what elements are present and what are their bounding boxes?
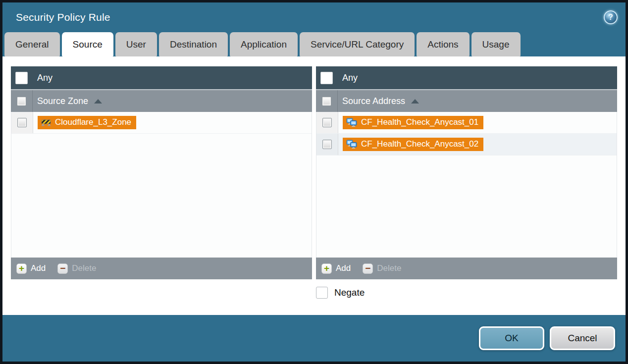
source-address-column-header: Source Address — [316, 89, 617, 112]
negate-label: Negate — [334, 287, 365, 298]
source-zone-select-all-cell — [11, 90, 33, 112]
delete-label: Delete — [72, 263, 96, 273]
source-address-any-checkbox[interactable] — [320, 72, 333, 84]
row-checkbox-cell — [316, 112, 338, 133]
page-title: Security Policy Rule — [16, 11, 110, 23]
dialog-titlebar: Security Policy Rule ? — [2, 2, 626, 32]
negate-checkbox[interactable] — [316, 287, 328, 299]
source-address-panel: Any Source Address — [316, 66, 617, 279]
help-icon[interactable]: ? — [604, 10, 618, 24]
source-address-any-label: Any — [342, 73, 358, 83]
tab-source[interactable]: Source — [62, 32, 113, 56]
tab-destination[interactable]: Destination — [159, 32, 228, 56]
source-zone-any-label: Any — [37, 73, 52, 83]
add-label: Add — [31, 263, 46, 273]
negate-spacer — [11, 287, 312, 299]
sort-ascending-icon[interactable] — [411, 99, 419, 104]
selected-address-chip[interactable]: CF_Health_Check_Anycast_02 — [343, 138, 483, 151]
source-zone-panel: Any Source Zone — [11, 66, 312, 279]
tab-strip: General Source User Destination Applicat… — [2, 32, 626, 56]
negate-strip: Negate — [11, 287, 617, 299]
source-address-toolbar: + Add − Delete — [316, 258, 617, 279]
delete-icon: − — [57, 263, 68, 274]
source-zone-any-row: Any — [11, 66, 312, 89]
delete-button[interactable]: − Delete — [363, 263, 401, 274]
row-checkbox[interactable] — [322, 118, 332, 127]
tab-usage[interactable]: Usage — [471, 32, 521, 56]
delete-icon: − — [363, 263, 373, 274]
add-icon: + — [16, 263, 27, 274]
zone-name: Cloudflare_L3_Zone — [55, 117, 131, 127]
source-zone-select-all-checkbox[interactable] — [17, 97, 26, 106]
source-zone-toolbar: + Add − Delete — [11, 258, 312, 279]
sort-ascending-icon[interactable] — [94, 99, 102, 104]
source-zone-column-title[interactable]: Source Zone — [37, 96, 88, 106]
delete-label: Delete — [377, 263, 401, 273]
address-name: CF_Health_Check_Anycast_01 — [361, 117, 478, 127]
table-row[interactable]: CF_Health_Check_Anycast_01 — [316, 112, 617, 134]
tab-general[interactable]: General — [4, 32, 60, 56]
row-checkbox-cell — [316, 134, 338, 155]
source-address-select-all-checkbox[interactable] — [322, 97, 331, 106]
selected-zone-chip[interactable]: Cloudflare_L3_Zone — [38, 116, 136, 129]
security-policy-rule-dialog: Security Policy Rule ? General Source Us… — [0, 0, 628, 364]
zone-barrier-icon — [41, 118, 51, 126]
row-checkbox[interactable] — [17, 118, 27, 127]
source-address-any-row: Any — [316, 66, 617, 89]
tab-actions[interactable]: Actions — [417, 32, 469, 56]
source-zone-any-checkbox[interactable] — [15, 72, 28, 84]
source-address-rows: CF_Health_Check_Anycast_01 — [316, 112, 617, 258]
address-name: CF_Health_Check_Anycast_02 — [361, 139, 478, 149]
tab-user[interactable]: User — [115, 32, 157, 56]
panels: Any Source Zone — [11, 66, 617, 279]
delete-button[interactable]: − Delete — [57, 263, 96, 274]
cancel-button[interactable]: Cancel — [550, 326, 615, 350]
source-tab-content: Any Source Zone — [2, 56, 626, 315]
tab-service-url-category[interactable]: Service/URL Category — [300, 32, 415, 56]
ok-button[interactable]: OK — [479, 326, 544, 350]
row-checkbox-cell — [11, 112, 33, 133]
add-button[interactable]: + Add — [321, 263, 351, 274]
table-row[interactable]: Cloudflare_L3_Zone — [11, 112, 312, 134]
add-button[interactable]: + Add — [16, 263, 46, 274]
add-label: Add — [336, 263, 351, 273]
source-address-column-title[interactable]: Source Address — [342, 96, 405, 106]
dialog-footer: OK Cancel — [2, 315, 626, 362]
source-zone-rows: Cloudflare_L3_Zone — [11, 112, 312, 258]
address-hosts-icon — [346, 118, 357, 127]
address-hosts-icon — [346, 140, 357, 149]
source-zone-column-header: Source Zone — [11, 89, 312, 112]
add-icon: + — [321, 263, 332, 274]
tab-application[interactable]: Application — [230, 32, 298, 56]
selected-address-chip[interactable]: CF_Health_Check_Anycast_01 — [343, 116, 483, 129]
negate-cell: Negate — [316, 287, 617, 299]
table-row[interactable]: CF_Health_Check_Anycast_02 — [316, 134, 617, 156]
source-address-select-all-cell — [316, 90, 338, 112]
row-checkbox[interactable] — [322, 140, 332, 149]
